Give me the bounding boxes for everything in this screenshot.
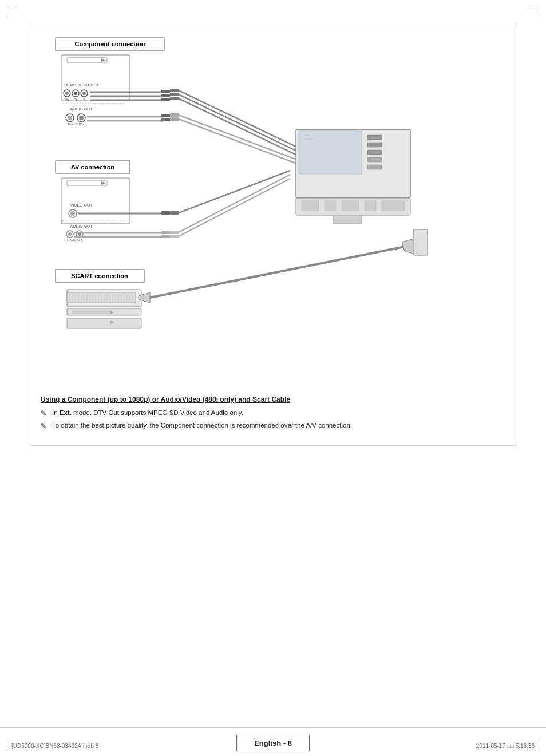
svg-rect-59	[170, 211, 179, 215]
svg-text:Y: Y	[83, 98, 85, 101]
svg-line-38	[179, 94, 302, 153]
svg-rect-77	[367, 165, 382, 169]
footer-center: English - 8	[236, 735, 310, 751]
svg-rect-82	[365, 201, 376, 211]
svg-rect-31	[161, 118, 170, 121]
svg-text:Pr: Pr	[74, 98, 77, 101]
svg-point-53	[68, 232, 72, 236]
svg-rect-118	[72, 310, 112, 314]
svg-rect-64	[170, 231, 179, 234]
svg-rect-70	[299, 131, 362, 174]
footer-right-text: 2011-05-17 □□ 5:16:36	[476, 743, 535, 749]
main-diagram-box: Component connection COMPONENT OUT	[29, 23, 517, 446]
svg-rect-35	[170, 113, 179, 117]
svg-text:AV connection: AV connection	[71, 164, 114, 171]
svg-rect-73	[367, 135, 382, 140]
svg-text:Component connection: Component connection	[75, 41, 145, 48]
note-item-1: In Ext. mode, DTV Out supports MPEG SD V…	[41, 408, 505, 418]
svg-line-66	[179, 171, 290, 213]
svg-rect-121	[72, 320, 112, 326]
svg-marker-46	[101, 181, 106, 185]
svg-rect-74	[367, 143, 382, 147]
svg-rect-32	[170, 89, 179, 92]
svg-text:COMPONENT OUT: COMPONENT OUT	[64, 83, 100, 87]
svg-line-114	[150, 247, 405, 298]
svg-point-11	[82, 92, 86, 95]
svg-line-41	[179, 119, 302, 165]
svg-point-18	[68, 116, 72, 120]
svg-rect-33	[170, 93, 179, 96]
svg-rect-80	[325, 201, 336, 211]
svg-rect-36	[170, 117, 179, 121]
svg-rect-76	[367, 157, 382, 162]
footer-left-text: [UD5000-XC]BN68-03432A.indb 8	[11, 743, 98, 749]
svg-rect-25	[161, 90, 170, 93]
diagram-svg: Component connection COMPONENT OUT	[41, 35, 505, 390]
svg-line-37	[179, 90, 302, 149]
svg-rect-79	[302, 201, 319, 211]
page-content: Component connection COMPONENT OUT	[0, 0, 546, 492]
svg-rect-27	[161, 98, 170, 101]
svg-text:Pb: Pb	[65, 98, 69, 101]
svg-point-20	[79, 116, 84, 120]
svg-rect-63	[161, 235, 170, 238]
svg-rect-62	[161, 231, 170, 234]
svg-text:AUDIO OUT: AUDIO OUT	[70, 107, 93, 111]
svg-text:SCART connection: SCART connection	[71, 272, 128, 279]
svg-line-39	[179, 98, 302, 157]
note-item-2: To obtain the best picture quality, the …	[41, 421, 505, 430]
svg-point-9	[74, 92, 77, 95]
svg-rect-116	[413, 229, 428, 255]
connection-diagram: Component connection COMPONENT OUT	[41, 35, 505, 390]
note-1-bold: Ext.	[60, 409, 72, 416]
svg-rect-83	[382, 201, 405, 211]
svg-text:R-AUDIO-L: R-AUDIO-L	[68, 122, 86, 126]
svg-rect-2	[61, 55, 130, 101]
svg-text:R-AUDIO-L: R-AUDIO-L	[66, 238, 84, 242]
notes-title: Using a Component (up to 1080p) or Audio…	[41, 395, 505, 403]
page-number-box: English - 8	[236, 735, 310, 751]
svg-marker-4	[101, 58, 106, 62]
svg-rect-34	[170, 97, 179, 100]
svg-point-7	[65, 92, 69, 95]
svg-rect-84	[333, 215, 362, 224]
svg-rect-65	[170, 235, 179, 238]
svg-line-68	[179, 179, 290, 236]
svg-text:VIDEO OUT: VIDEO OUT	[70, 203, 93, 207]
notes-section: Using a Component (up to 1080p) or Audio…	[41, 395, 505, 431]
page-footer: [UD5000-XC]BN68-03432A.indb 8 English - …	[0, 727, 546, 756]
svg-text:AUDIO OUT: AUDIO OUT	[70, 224, 93, 228]
svg-line-67	[179, 175, 290, 232]
corner-mark-tl	[6, 6, 17, 17]
svg-rect-30	[161, 114, 170, 117]
svg-rect-58	[161, 211, 170, 215]
svg-rect-75	[367, 150, 382, 155]
svg-rect-45	[67, 181, 107, 185]
svg-rect-26	[161, 94, 170, 97]
svg-line-40	[179, 115, 302, 161]
corner-mark-tr	[529, 6, 540, 17]
svg-rect-3	[67, 58, 107, 62]
svg-point-49	[70, 211, 75, 216]
svg-rect-81	[342, 201, 359, 211]
